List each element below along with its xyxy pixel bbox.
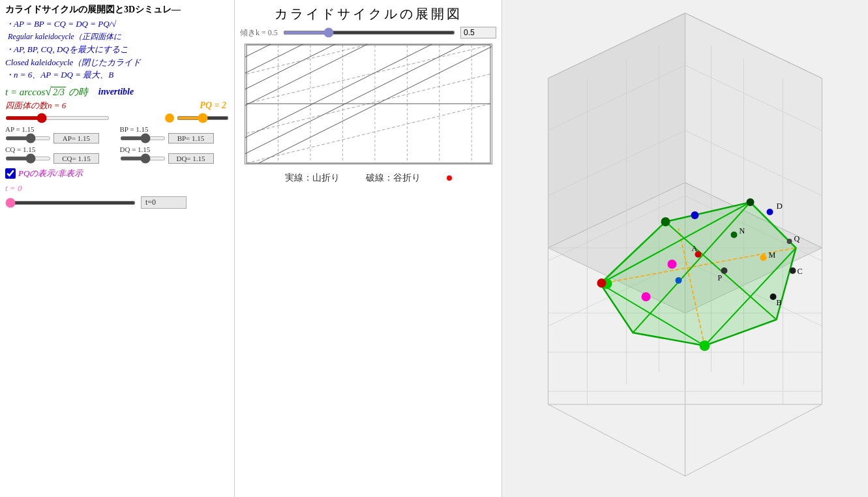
bp-label: BP = 1.15: [120, 125, 230, 133]
ap-slider-cell: AP = 1.15 AP= 1.15: [5, 125, 115, 143]
svg-text:M: M: [769, 250, 776, 260]
svg-point-73: [760, 254, 767, 261]
svg-text:C: C: [798, 267, 803, 276]
dq-label: DQ = 1.15: [120, 145, 230, 153]
mid-title: カライドサイクルの展開図: [275, 5, 462, 23]
svg-text:A: A: [692, 244, 698, 253]
svg-point-77: [790, 267, 796, 274]
pq-checkbox-row: PQの表示/非表示: [5, 168, 229, 179]
bp-slider-cell: BP = 1.15 BP= 1.15: [120, 125, 230, 143]
svg-text:D: D: [777, 201, 783, 211]
n-label: 四面体の数n = 6: [5, 100, 66, 112]
pq-checkbox[interactable]: [5, 168, 16, 179]
ap-slider[interactable]: [5, 136, 51, 140]
formula-line-2: Regular kaleidocycle（正四面体に: [5, 31, 229, 42]
svg-point-69: [787, 239, 792, 244]
bp-value: BP= 1.15: [168, 133, 214, 143]
pq-slider[interactable]: [177, 116, 229, 120]
svg-text:B: B: [777, 298, 782, 307]
bp-slider[interactable]: [120, 136, 166, 140]
svg-point-87: [691, 211, 699, 219]
t-slider-row: t=0: [5, 196, 229, 209]
red-dot-indicator: [447, 175, 452, 181]
svg-point-88: [676, 277, 682, 284]
invertible-section: t = arccos√2/3 の時 invertible: [5, 85, 229, 98]
net-canvas: [245, 44, 492, 164]
slope-slider[interactable]: [283, 31, 455, 35]
n-slider[interactable]: [5, 116, 110, 120]
cq-slider[interactable]: [5, 157, 51, 160]
formula-line-1: ・AP = BP = CQ = DQ = PQ/√: [5, 18, 229, 30]
t-row: t = 0: [5, 183, 229, 194]
sliders-grid: AP = 1.15 AP= 1.15 BP = 1.15 BP= 1.15 CQ…: [5, 125, 229, 164]
app-title: カライドサイクルの展開図と3Dシミュレ—: [5, 4, 229, 16]
net-note: 実線：山折り 破線：谷折り: [285, 172, 452, 184]
3d-view-svg: D N Q A M P C B: [502, 0, 868, 497]
cq-slider-cell: CQ = 1.15 CQ= 1.15: [5, 145, 115, 164]
ap-value: AP= 1.15: [53, 133, 99, 143]
n-slider-row: [5, 113, 229, 123]
svg-point-82: [642, 292, 651, 301]
dq-slider[interactable]: [120, 157, 166, 160]
slope-input[interactable]: [460, 27, 496, 38]
right-panel: D N Q A M P C B: [502, 0, 868, 497]
left-panel: カライドサイクルの展開図と3Dシミュレ— ・AP = BP = CQ = DQ …: [0, 0, 235, 497]
cq-value: CQ= 1.15: [53, 153, 99, 164]
svg-point-67: [731, 232, 738, 238]
dq-value: DQ= 1.15: [168, 153, 214, 164]
svg-text:Q: Q: [794, 234, 800, 243]
cq-label: CQ = 1.15: [5, 145, 115, 153]
ap-label: AP = 1.15: [5, 125, 115, 133]
invertible-label: invertible: [98, 87, 134, 97]
mid-panel: カライドサイクルの展開図 傾きk = 0.5: [235, 0, 502, 497]
svg-point-79: [770, 294, 777, 300]
pq-checkbox-label: PQの表示/非表示: [18, 168, 83, 179]
slope-label: 傾きk = 0.5: [240, 27, 278, 38]
note-dash: 破線：谷折り: [366, 172, 421, 184]
t-slider[interactable]: [5, 201, 136, 205]
svg-point-65: [767, 209, 773, 215]
t-value-label: t = 0: [5, 183, 22, 194]
slope-row: 傾きk = 0.5: [240, 27, 496, 38]
note-solid: 実線：山折り: [285, 172, 340, 184]
t-formula: t = arccos√2/3 の時: [5, 85, 88, 98]
net-svg: [245, 44, 492, 164]
svg-point-84: [661, 217, 670, 226]
formula-line-4: Closed kaleidocycle（閉じたカライド: [5, 57, 229, 68]
svg-point-85: [700, 340, 710, 351]
t-display: t=0: [141, 196, 187, 209]
svg-point-81: [668, 260, 677, 269]
svg-text:N: N: [740, 226, 745, 235]
svg-point-86: [747, 198, 755, 206]
formula-line-5: ・n = 6、AP = DQ = 最大、B: [5, 69, 229, 81]
svg-text:P: P: [718, 273, 723, 282]
dq-slider-cell: DQ = 1.15 DQ= 1.15: [120, 145, 230, 164]
svg-point-89: [597, 279, 606, 288]
formula-line-3: ・AP, BP, CQ, DQを最大にするこ: [5, 44, 229, 55]
pq-label: PQ = 2: [200, 100, 226, 111]
